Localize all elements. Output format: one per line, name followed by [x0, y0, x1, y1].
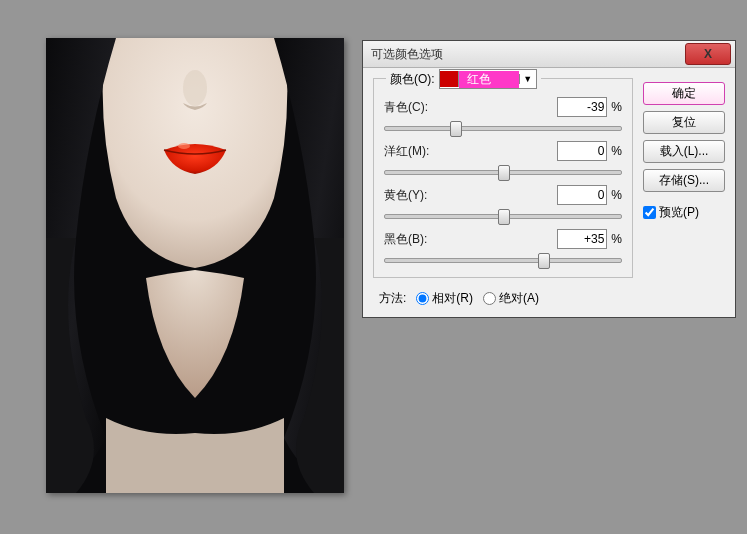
- slider-input-2[interactable]: [557, 185, 607, 205]
- selective-color-dialog: 可选颜色选项 X 颜色(O): 红色 ▼ 青色(C):%洋红(M):%黄色(Y)…: [362, 40, 736, 318]
- slider-row-1: 洋红(M):%: [384, 141, 622, 179]
- svg-point-1: [183, 70, 207, 106]
- slider-name: 洋红(M):: [384, 143, 429, 160]
- color-legend: 颜色(O): 红色 ▼: [386, 69, 541, 89]
- slider-0[interactable]: [384, 119, 622, 135]
- radio-relative[interactable]: [416, 292, 429, 305]
- method-absolute-radio[interactable]: 绝对(A): [483, 290, 539, 307]
- slider-input-0[interactable]: [557, 97, 607, 117]
- method-row: 方法: 相对(R) 绝对(A): [373, 290, 633, 307]
- slider-3[interactable]: [384, 251, 622, 267]
- method-label: 方法:: [379, 290, 406, 307]
- ok-button[interactable]: 确定: [643, 82, 725, 105]
- titlebar: 可选颜色选项 X: [363, 41, 735, 68]
- slider-name: 青色(C):: [384, 99, 428, 116]
- options-panel: 颜色(O): 红色 ▼ 青色(C):%洋红(M):%黄色(Y):%黑色(B):%…: [373, 78, 643, 307]
- slider-row-3: 黑色(B):%: [384, 229, 622, 267]
- slider-2[interactable]: [384, 207, 622, 223]
- color-dropdown[interactable]: 红色 ▼: [439, 69, 537, 89]
- dropdown-arrow-icon: ▼: [519, 74, 536, 84]
- color-name: 红色: [459, 71, 519, 88]
- slider-thumb[interactable]: [498, 209, 510, 225]
- unit: %: [611, 144, 622, 158]
- slider-1[interactable]: [384, 163, 622, 179]
- unit: %: [611, 188, 622, 202]
- close-button[interactable]: X: [685, 43, 731, 65]
- track: [384, 258, 622, 263]
- color-label: 颜色(O):: [390, 71, 435, 88]
- radio-absolute[interactable]: [483, 292, 496, 305]
- color-fieldset: 颜色(O): 红色 ▼ 青色(C):%洋红(M):%黄色(Y):%黑色(B):%: [373, 78, 633, 278]
- unit: %: [611, 232, 622, 246]
- slider-name: 黄色(Y):: [384, 187, 427, 204]
- svg-point-2: [178, 143, 190, 149]
- slider-thumb[interactable]: [538, 253, 550, 269]
- load-button[interactable]: 载入(L)...: [643, 140, 725, 163]
- image-canvas: [46, 38, 344, 493]
- slider-thumb[interactable]: [498, 165, 510, 181]
- close-icon: X: [704, 47, 712, 61]
- slider-name: 黑色(B):: [384, 231, 427, 248]
- dialog-title: 可选颜色选项: [371, 46, 443, 63]
- reset-button[interactable]: 复位: [643, 111, 725, 134]
- slider-row-2: 黄色(Y):%: [384, 185, 622, 223]
- slider-input-3[interactable]: [557, 229, 607, 249]
- slider-thumb[interactable]: [450, 121, 462, 137]
- color-swatch: [440, 71, 459, 87]
- method-relative-radio[interactable]: 相对(R): [416, 290, 473, 307]
- unit: %: [611, 100, 622, 114]
- save-button[interactable]: 存储(S)...: [643, 169, 725, 192]
- preview-checkbox[interactable]: 预览(P): [643, 204, 725, 221]
- slider-row-0: 青色(C):%: [384, 97, 622, 135]
- preview-check[interactable]: [643, 206, 656, 219]
- track: [384, 126, 622, 131]
- slider-input-1[interactable]: [557, 141, 607, 161]
- portrait-image: [46, 38, 344, 493]
- button-panel: 确定 复位 载入(L)... 存储(S)... 预览(P): [643, 78, 725, 307]
